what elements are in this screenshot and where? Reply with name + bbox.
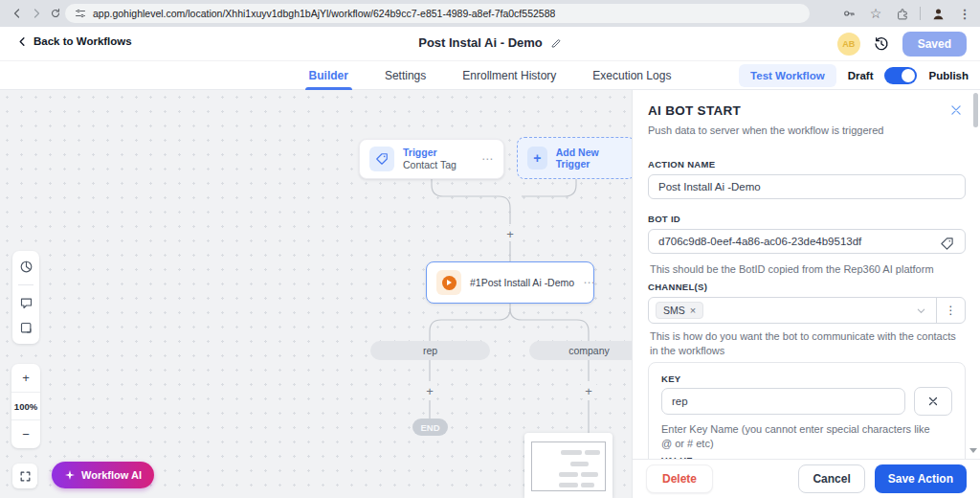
bot-id-input[interactable] <box>648 229 966 254</box>
browser-forward-icon[interactable] <box>27 4 46 23</box>
publish-label: Publish <box>928 70 969 81</box>
user-avatar[interactable]: AB <box>837 33 860 56</box>
action-name-input[interactable] <box>648 174 966 199</box>
password-key-icon[interactable] <box>839 4 858 23</box>
action-node[interactable]: #1Post Install Ai -Demo ⋯ <box>426 261 594 304</box>
browser-reload-icon[interactable] <box>46 4 65 23</box>
close-icon[interactable] <box>949 103 965 119</box>
site-settings-icon[interactable] <box>75 8 86 19</box>
cancel-button[interactable]: Cancel <box>798 464 864 493</box>
url-text[interactable]: app.gohighlevel.com/location/Xhhi1xuyv1d… <box>93 8 555 19</box>
workflow-header: Back to Workflows Post Instal Ai - Demo … <box>0 27 980 61</box>
copy-tag-icon[interactable] <box>940 237 955 252</box>
extensions-icon[interactable] <box>893 4 912 23</box>
branch-pill-rep[interactable]: rep <box>370 341 490 360</box>
header-right-actions: AB Saved <box>837 32 967 57</box>
zoom-level: 100% <box>11 392 40 420</box>
workflow-tabbar: Builder Settings Enrollment History Exec… <box>0 61 980 90</box>
draft-label: Draft <box>848 70 874 81</box>
delete-button[interactable]: Delete <box>646 464 713 493</box>
panel-footer: Delete Cancel Save Action <box>633 459 980 498</box>
channels-helper: This is how do you want the bot to commu… <box>650 329 958 358</box>
trigger-node-title: Trigger <box>403 147 473 159</box>
add-new-trigger-button[interactable]: + Add New Trigger <box>517 137 635 179</box>
panel-title: AI BOT START <box>648 103 741 118</box>
action-name-label: ACTION NAME <box>648 159 715 170</box>
trigger-node-subtitle: Contact Tag <box>403 159 473 171</box>
channels-select[interactable]: SMS × ⋮ <box>648 297 966 324</box>
panel-scroll-down-icon[interactable] <box>969 448 977 453</box>
x-icon <box>927 396 939 407</box>
channels-label: CHANNEL(S) <box>648 282 707 292</box>
add-new-trigger-label: Add New Trigger <box>556 147 625 170</box>
chip-remove-icon[interactable]: × <box>690 305 696 316</box>
save-action-button[interactable]: Save Action <box>875 464 967 493</box>
stats-pie-icon[interactable] <box>19 260 33 274</box>
profile-avatar-icon[interactable] <box>928 4 947 23</box>
toolbar-divider <box>920 7 921 20</box>
key-label: KEY <box>661 374 680 384</box>
add-step-plus-icon[interactable]: + <box>581 383 596 398</box>
tag-icon <box>369 147 394 171</box>
action-node-menu-icon[interactable]: ⋯ <box>583 276 595 289</box>
end-node: END <box>412 419 448 436</box>
remove-key-button[interactable] <box>914 387 952 416</box>
workflow-ai-button[interactable]: Workflow AI <box>52 462 154 488</box>
node-preview-card[interactable] <box>524 433 612 498</box>
channel-chip-sms[interactable]: SMS × <box>656 302 703 319</box>
toggle-knob <box>902 69 915 82</box>
zoom-controls: + 100% − <box>11 364 40 448</box>
test-workflow-button[interactable]: Test Workflow <box>739 64 836 87</box>
tab-execution-logs[interactable]: Execution Logs <box>592 61 671 90</box>
action-node-label: #1Post Install Ai -Demo <box>470 277 574 288</box>
comment-icon[interactable] <box>19 296 33 310</box>
bot-id-label: BOT ID <box>648 214 680 224</box>
tab-enrollment-history[interactable]: Enrollment History <box>462 61 556 90</box>
add-step-plus-icon[interactable]: + <box>502 226 518 241</box>
trigger-node[interactable]: Trigger Contact Tag ⋯ <box>359 139 504 179</box>
key-helper: Enter Key Name (you cannot enter special… <box>661 422 939 451</box>
channels-menu-icon[interactable]: ⋮ <box>936 298 965 323</box>
fit-view-button[interactable] <box>12 464 37 488</box>
bot-id-helper: This should be the BotID copied from the… <box>650 262 956 277</box>
preview-frame <box>531 441 606 491</box>
zoom-out-button[interactable]: − <box>11 419 40 448</box>
saved-button[interactable]: Saved <box>902 32 967 57</box>
action-config-panel: AI BOT START Push data to server when th… <box>632 90 980 498</box>
rail-divider <box>18 284 33 285</box>
browser-back-icon[interactable] <box>8 4 27 23</box>
browser-actions: ☆ ⋮ <box>839 0 974 27</box>
publish-toggle[interactable] <box>884 67 917 84</box>
trigger-node-text: Trigger Contact Tag <box>403 147 473 171</box>
plus-icon: + <box>527 147 547 170</box>
workflow-title-area: Post Instal Ai - Demo <box>0 35 980 50</box>
tabbar-right: Test Workflow Draft Publish <box>739 61 969 90</box>
zoom-in-button[interactable]: + <box>11 364 40 392</box>
browser-toolbar: app.gohighlevel.com/location/Xhhi1xuyv1d… <box>0 0 980 27</box>
notes-icon[interactable] <box>19 321 33 335</box>
tab-builder[interactable]: Builder <box>309 61 348 90</box>
add-step-plus-icon[interactable]: + <box>422 383 437 398</box>
bookmark-star-icon[interactable]: ☆ <box>866 4 885 23</box>
tab-settings[interactable]: Settings <box>385 61 426 90</box>
edit-title-icon[interactable] <box>550 37 562 49</box>
history-icon[interactable] <box>874 36 889 52</box>
panel-scrollbar-thumb[interactable] <box>973 93 978 127</box>
app-window: app.gohighlevel.com/location/Xhhi1xuyv1d… <box>0 0 980 498</box>
address-bar[interactable]: app.gohighlevel.com/location/Xhhi1xuyv1d… <box>65 4 810 23</box>
key-input[interactable] <box>661 388 905 415</box>
chevron-down-icon <box>916 306 926 316</box>
play-icon <box>436 270 461 295</box>
panel-subtitle: Push data to server when the workflow is… <box>648 124 883 136</box>
chip-label: SMS <box>663 305 685 316</box>
workflow-ai-label: Workflow AI <box>81 469 142 481</box>
sparkle-icon <box>64 469 76 481</box>
trigger-node-menu-icon[interactable]: ⋯ <box>481 152 494 166</box>
workflow-title: Post Instal Ai - Demo <box>418 35 543 50</box>
expand-icon <box>19 470 32 483</box>
canvas-tools-rail <box>12 251 39 344</box>
browser-menu-icon[interactable]: ⋮ <box>955 4 974 23</box>
